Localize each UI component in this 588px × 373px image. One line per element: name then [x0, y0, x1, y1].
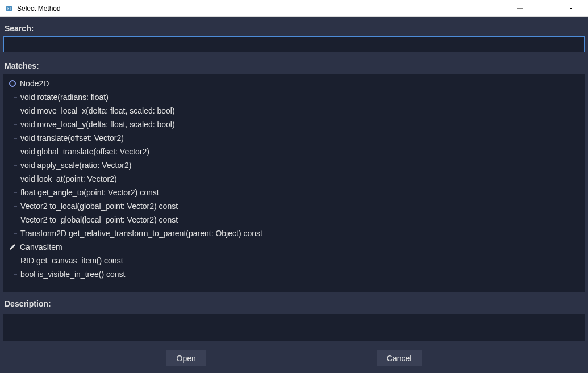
method-row[interactable]: void move_local_x(delta: float, scaled: …: [4, 104, 585, 118]
method-row[interactable]: float get_angle_to(point: Vector2) const: [4, 186, 585, 199]
method-row[interactable]: RID get_canvas_item() const: [4, 254, 585, 267]
method-signature: void global_translate(offset: Vector2): [20, 147, 149, 156]
method-signature: void apply_scale(ratio: Vector2): [20, 161, 131, 170]
method-signature: bool is_visible_in_tree() const: [20, 270, 125, 279]
method-signature: void look_at(point: Vector2): [20, 174, 117, 183]
method-row[interactable]: void global_translate(offset: Vector2): [4, 145, 585, 158]
content-area: Search: Matches: Node2Dvoid rotate(radia…: [0, 17, 588, 373]
tree-connector-icon: [14, 179, 17, 179]
matches-label: Matches:: [0, 55, 588, 74]
method-row[interactable]: bool is_visible_in_tree() const: [4, 267, 585, 281]
tree-connector-icon: [14, 274, 17, 275]
button-row: Open Cancel: [0, 346, 588, 373]
method-signature: float get_angle_to(point: Vector2) const: [20, 188, 159, 197]
tree-connector-icon: [14, 261, 17, 261]
method-signature: void move_local_y(delta: float, scaled: …: [20, 120, 175, 129]
matches-tree[interactable]: Node2Dvoid rotate(radians: float)void mo…: [3, 74, 585, 292]
svg-point-2: [7, 8, 8, 9]
svg-point-8: [10, 81, 15, 86]
class-row-node2d[interactable]: Node2D: [4, 77, 585, 90]
maximize-button[interactable]: [532, 0, 558, 17]
method-row[interactable]: void translate(offset: Vector2): [4, 131, 585, 145]
godot-icon: [5, 4, 14, 13]
tree-connector-icon: [14, 233, 17, 234]
close-button[interactable]: [558, 0, 583, 17]
window-title: Select Method: [17, 5, 507, 12]
method-row[interactable]: void rotate(radians: float): [4, 90, 585, 104]
tree-connector-icon: [14, 124, 17, 125]
cancel-button[interactable]: Cancel: [377, 350, 422, 366]
class-row-canvasitem[interactable]: CanvasItem: [4, 240, 585, 254]
method-row[interactable]: Vector2 to_local(global_point: Vector2) …: [4, 199, 585, 213]
search-input[interactable]: [3, 36, 585, 52]
titlebar: Select Method: [0, 0, 588, 17]
window-controls: [507, 0, 583, 17]
method-signature: RID get_canvas_item() const: [20, 256, 123, 265]
node2d-icon: [9, 79, 16, 87]
tree-connector-icon: [14, 206, 17, 207]
method-row[interactable]: void apply_scale(ratio: Vector2): [4, 158, 585, 172]
method-row[interactable]: void move_local_y(delta: float, scaled: …: [4, 118, 585, 131]
method-signature: Transform2D get_relative_transform_to_pa…: [20, 229, 262, 238]
tree-connector-icon: [14, 97, 17, 98]
method-signature: void move_local_x(delta: float, scaled: …: [20, 106, 175, 115]
tree-connector-icon: [14, 111, 17, 111]
svg-point-3: [10, 8, 11, 9]
tree-connector-icon: [14, 192, 17, 193]
svg-rect-5: [543, 6, 548, 11]
class-label: CanvasItem: [20, 242, 62, 252]
minimize-button[interactable]: [507, 0, 532, 17]
description-label: Description:: [0, 292, 588, 312]
class-label: Node2D: [20, 79, 49, 88]
description-box: [3, 314, 585, 341]
open-button[interactable]: Open: [166, 350, 206, 366]
tree-connector-icon: [14, 152, 17, 152]
canvasitem-icon: [9, 243, 16, 251]
method-signature: Vector2 to_local(global_point: Vector2) …: [20, 202, 178, 211]
method-row[interactable]: void look_at(point: Vector2): [4, 172, 585, 186]
method-signature: void translate(offset: Vector2): [20, 133, 124, 143]
method-signature: void rotate(radians: float): [20, 93, 109, 102]
tree-connector-icon: [14, 220, 17, 220]
method-signature: Vector2 to_global(local_point: Vector2) …: [20, 215, 178, 224]
search-label: Search:: [0, 17, 588, 36]
tree-connector-icon: [14, 138, 17, 139]
method-row[interactable]: Vector2 to_global(local_point: Vector2) …: [4, 213, 585, 227]
tree-connector-icon: [14, 165, 17, 166]
method-row[interactable]: Transform2D get_relative_transform_to_pa…: [4, 227, 585, 240]
